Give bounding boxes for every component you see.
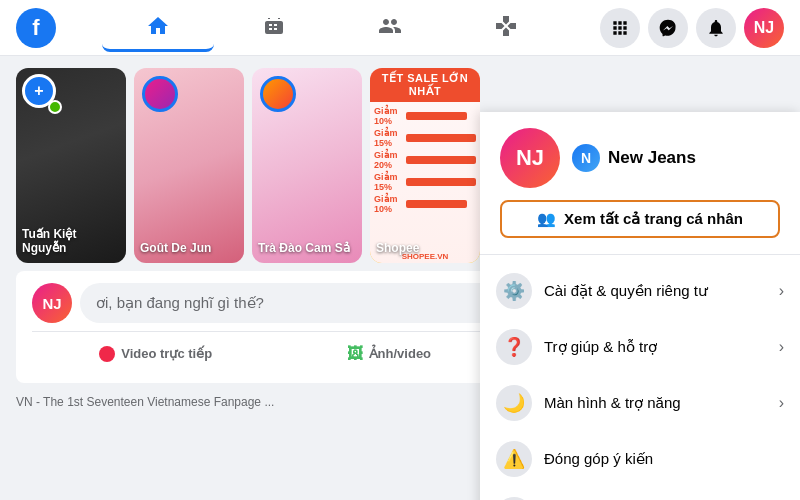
- composer-placeholder: ơi, bạn đang nghĩ gì thế?: [96, 294, 264, 312]
- story-card[interactable]: Goût De Jun: [134, 68, 244, 263]
- settings-icon: ⚙️: [496, 273, 532, 309]
- live-video-btn[interactable]: Video trực tiếp: [87, 336, 224, 371]
- messenger-btn[interactable]: [648, 8, 688, 48]
- people-icon: 👥: [537, 210, 556, 228]
- shopee-bar: [406, 134, 476, 142]
- story-name: Shopee: [376, 241, 474, 255]
- facebook-logo: f: [16, 8, 56, 48]
- profile-name-badge: N New Jeans: [572, 144, 696, 172]
- display-menu-item[interactable]: 🌙 Màn hình & trợ năng ›: [488, 375, 792, 431]
- user-avatar-btn[interactable]: NJ: [744, 8, 784, 48]
- chevron-right-icon: ›: [779, 282, 784, 300]
- ellipsis: ...: [264, 395, 274, 409]
- view-profile-label: Xem tất cả trang cá nhân: [564, 210, 743, 228]
- shopee-bar: [406, 178, 476, 186]
- profile-avatar: NJ: [500, 128, 560, 188]
- story-avatar: [142, 76, 178, 112]
- profile-section: NJ N New Jeans 👥 Xem tất cả trang cá nhâ…: [480, 112, 800, 250]
- story-online-dot: [48, 100, 62, 114]
- live-icon: [99, 346, 115, 362]
- display-icon: 🌙: [496, 385, 532, 421]
- navbar-left: f: [16, 8, 64, 48]
- photo-icon: 🖼: [347, 345, 363, 363]
- story-name: Trà Đào Cam Sả: [258, 241, 356, 255]
- shopee-bar: [406, 112, 467, 120]
- settings-menu-item[interactable]: ⚙️ Cài đặt & quyền riêng tư ›: [488, 263, 792, 319]
- story-card[interactable]: TẾT SALE LỚN NHẤT Giảm 10% Giảm 15% Giảm…: [370, 68, 480, 263]
- profile-name: New Jeans: [608, 148, 696, 168]
- profile-info: N New Jeans: [572, 144, 696, 172]
- shopee-item: Giảm 15%: [374, 128, 476, 148]
- notifications-btn[interactable]: [696, 8, 736, 48]
- story-card[interactable]: + Tuấn Kiệt Nguyễn: [16, 68, 126, 263]
- shopee-item: Giảm 20%: [374, 150, 476, 170]
- chevron-right-icon: ›: [779, 394, 784, 412]
- navbar: f: [0, 0, 800, 56]
- page-name: VN - The 1st Seventeen Vietnamese Fanpag…: [16, 395, 261, 409]
- help-menu-item[interactable]: ❓ Trợ giúp & hỗ trợ ›: [488, 319, 792, 375]
- nav-friends-btn[interactable]: [334, 4, 446, 52]
- logout-menu-item[interactable]: 🚪 Đăng xuất: [488, 487, 792, 500]
- shopee-bar: [406, 156, 476, 164]
- story-avatar: [260, 76, 296, 112]
- display-label: Màn hình & trợ năng: [544, 394, 767, 412]
- nav-icons: [64, 4, 600, 52]
- chevron-right-icon: ›: [779, 338, 784, 356]
- shopee-item: Giảm 10%: [374, 106, 476, 126]
- photo-label: Ảnh/video: [369, 346, 431, 361]
- navbar-right: NJ: [600, 8, 784, 48]
- shopee-overlay: TẾT SALE LỚN NHẤT Giảm 10% Giảm 15% Giảm…: [370, 68, 480, 263]
- feedback-menu-item[interactable]: ⚠️ Đóng góp ý kiến: [488, 431, 792, 487]
- story-name: Tuấn Kiệt Nguyễn: [22, 227, 120, 255]
- shopee-item: Giảm 10%: [374, 194, 476, 214]
- main-content: + Tuấn Kiệt Nguyễn Goût De Jun Trà Đào C…: [0, 56, 800, 500]
- nav-marketplace-btn[interactable]: [218, 4, 330, 52]
- live-label: Video trực tiếp: [121, 346, 212, 361]
- profile-row[interactable]: NJ N New Jeans: [492, 120, 788, 196]
- menu-items-list: ⚙️ Cài đặt & quyền riêng tư › ❓ Trợ giúp…: [480, 259, 800, 500]
- story-card[interactable]: Trà Đào Cam Sả: [252, 68, 362, 263]
- feedback-label: Đóng góp ý kiến: [544, 450, 784, 468]
- view-profile-btn[interactable]: 👥 Xem tất cả trang cá nhân: [500, 200, 780, 238]
- story-name: Goût De Jun: [140, 241, 238, 255]
- profile-badge-icon: N: [572, 144, 600, 172]
- shopee-bar: [406, 200, 467, 208]
- composer-avatar: NJ: [32, 283, 72, 323]
- shopee-header: TẾT SALE LỚN NHẤT: [370, 68, 480, 102]
- nav-gaming-btn[interactable]: [450, 4, 562, 52]
- dropdown-divider: [480, 254, 800, 255]
- settings-label: Cài đặt & quyền riêng tư: [544, 282, 767, 300]
- help-label: Trợ giúp & hỗ trợ: [544, 338, 767, 356]
- help-icon: ❓: [496, 329, 532, 365]
- photo-video-btn[interactable]: 🖼 Ảnh/video: [335, 336, 443, 371]
- feedback-icon: ⚠️: [496, 441, 532, 477]
- nav-home-btn[interactable]: [102, 4, 214, 52]
- apps-btn[interactable]: [600, 8, 640, 48]
- shopee-item: Giảm 15%: [374, 172, 476, 192]
- shopee-items: Giảm 10% Giảm 15% Giảm 20% Giảm 15%: [370, 102, 480, 250]
- dropdown-panel: NJ N New Jeans 👥 Xem tất cả trang cá nhâ…: [480, 112, 800, 500]
